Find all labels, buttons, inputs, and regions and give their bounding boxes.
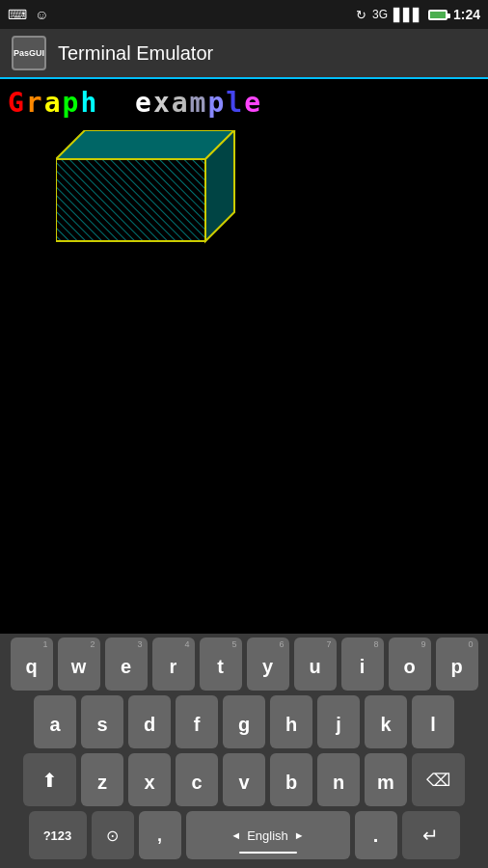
- key-x[interactable]: x: [128, 753, 171, 806]
- title-char-p2: p: [207, 87, 226, 119]
- rotate-icon: ↻: [356, 8, 366, 22]
- key-o[interactable]: 9 o: [389, 637, 431, 691]
- app-icon: PasGUI: [12, 36, 46, 70]
- title-char-e1: e: [135, 87, 153, 119]
- keyboard-row-3: ⬆ z x c v b n m ⌫: [2, 753, 486, 806]
- key-f[interactable]: f: [176, 695, 218, 748]
- graph-title: G r a p h e x a m p l e: [8, 87, 480, 119]
- title-char-l: l: [226, 87, 244, 119]
- enter-icon: ↵: [422, 824, 439, 847]
- title-char-m: m: [190, 87, 208, 119]
- key-t[interactable]: 5 t: [200, 637, 242, 691]
- status-bar: ⌨ ☺ ↻ 3G ▋▋▋ 1:24: [0, 0, 488, 29]
- clock-display: 1:24: [453, 7, 480, 22]
- title-space: [98, 87, 135, 119]
- key-a[interactable]: a: [34, 695, 76, 748]
- key-u[interactable]: 7 u: [294, 637, 337, 691]
- key-w[interactable]: 2 w: [58, 637, 100, 691]
- status-right-icons: ↻ 3G ▋▋▋ 1:24: [356, 7, 480, 22]
- app-title: Terminal Emulator: [58, 42, 213, 65]
- smiley-icon: ☺: [35, 7, 48, 22]
- title-char-g: G: [8, 87, 26, 119]
- title-char-e2: e: [244, 87, 262, 119]
- lang-label: English: [247, 828, 288, 843]
- title-char-p: p: [63, 87, 81, 119]
- keyboard[interactable]: 1 q 2 w 3 e 4 r 5 t 6 y 7 u 8 i: [0, 634, 488, 868]
- title-bar: PasGUI Terminal Emulator: [0, 29, 488, 79]
- status-left-icons: ⌨ ☺: [8, 7, 48, 22]
- svg-rect-1: [56, 159, 205, 241]
- mic-icon: ⊙: [106, 827, 119, 845]
- network-label: 3G: [372, 8, 388, 21]
- key-q[interactable]: 1 q: [11, 637, 53, 691]
- key-d[interactable]: d: [128, 695, 171, 748]
- title-char-h: h: [80, 87, 98, 119]
- title-char-r: r: [26, 87, 44, 119]
- 3d-box-graphic: [56, 130, 258, 256]
- key-e[interactable]: 3 e: [105, 637, 148, 691]
- key-n[interactable]: n: [317, 753, 360, 806]
- key-i[interactable]: 8 i: [341, 637, 384, 691]
- key-r[interactable]: 4 r: [152, 637, 195, 691]
- title-char-a: a: [44, 87, 63, 119]
- terminal-area: G r a p h e x a m p l e: [0, 79, 488, 634]
- keyboard-row-2: a s d f g h j k l: [2, 695, 486, 748]
- keyboard-icon: ⌨: [8, 7, 27, 22]
- shift-key[interactable]: ⬆: [23, 753, 76, 806]
- lang-underline: [239, 852, 297, 854]
- key-m[interactable]: m: [365, 753, 407, 806]
- keyboard-row-4: ?123 ⊙ , ◄ English ► . ↵: [2, 811, 486, 859]
- key-p[interactable]: 0 p: [436, 637, 478, 691]
- lang-left-arrow: ◄: [230, 829, 241, 841]
- key-g[interactable]: g: [223, 695, 265, 748]
- key-k[interactable]: k: [365, 695, 407, 748]
- key-c[interactable]: c: [176, 753, 218, 806]
- key-l[interactable]: l: [412, 695, 454, 748]
- signal-icon: ▋▋▋: [393, 8, 422, 22]
- battery-icon: [428, 10, 447, 20]
- key-z[interactable]: z: [81, 753, 123, 806]
- lang-right-arrow: ►: [294, 829, 305, 841]
- enter-key[interactable]: ↵: [402, 811, 460, 859]
- key-y[interactable]: 6 y: [247, 637, 289, 691]
- language-key[interactable]: ◄ English ►: [186, 811, 350, 859]
- title-char-a2: a: [172, 87, 190, 119]
- key-b[interactable]: b: [270, 753, 312, 806]
- key-h[interactable]: h: [270, 695, 312, 748]
- backspace-key[interactable]: ⌫: [412, 753, 465, 806]
- keyboard-row-1: 1 q 2 w 3 e 4 r 5 t 6 y 7 u 8 i: [2, 637, 486, 691]
- comma-key[interactable]: ,: [139, 811, 181, 859]
- mic-key[interactable]: ⊙: [92, 811, 134, 859]
- key-j[interactable]: j: [317, 695, 360, 748]
- period-key[interactable]: .: [355, 811, 397, 859]
- title-char-x: x: [153, 87, 172, 119]
- key-v[interactable]: v: [223, 753, 265, 806]
- sym-key[interactable]: ?123: [29, 811, 87, 859]
- svg-marker-2: [56, 130, 234, 159]
- key-s[interactable]: s: [81, 695, 123, 748]
- lang-label-row: ◄ English ►: [230, 828, 304, 843]
